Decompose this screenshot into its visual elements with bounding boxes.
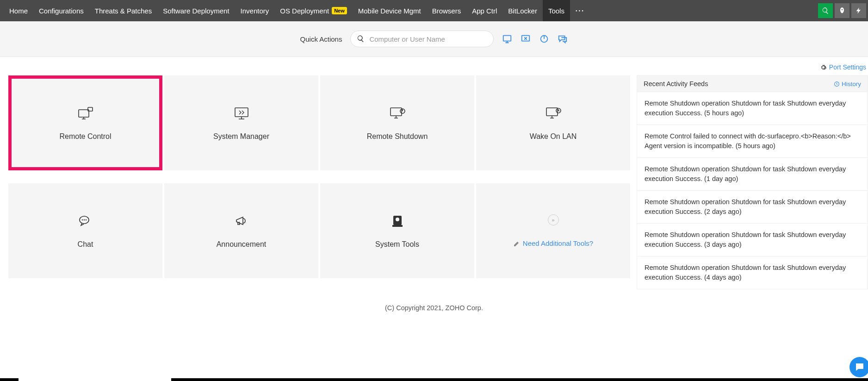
remote-desktop-icon[interactable] bbox=[502, 34, 512, 44]
svg-rect-0 bbox=[503, 36, 511, 41]
pencil-icon bbox=[513, 240, 521, 247]
feed-item[interactable]: Remote Shutdown operation Shutdown for t… bbox=[637, 224, 868, 256]
tile-label: Remote Control bbox=[59, 132, 111, 141]
gear-icon bbox=[820, 64, 827, 71]
svg-rect-8 bbox=[546, 108, 558, 116]
tile-label: Chat bbox=[78, 240, 93, 249]
chat-icon[interactable] bbox=[558, 34, 568, 44]
tile-label: System Tools bbox=[375, 240, 419, 249]
feed-header: Recent Activity Feeds History bbox=[637, 75, 868, 92]
nav-configurations[interactable]: Configurations bbox=[33, 0, 89, 21]
port-settings-link[interactable]: Port Settings bbox=[820, 63, 866, 71]
tile-system-manager[interactable]: System Manager bbox=[164, 75, 318, 170]
tile-system-tools[interactable]: System Tools bbox=[320, 183, 474, 278]
quick-actions-bar: Quick Actions bbox=[0, 21, 868, 57]
svg-point-12 bbox=[84, 219, 84, 220]
chat-icon bbox=[78, 213, 93, 229]
power-icon[interactable] bbox=[539, 34, 549, 44]
svg-point-13 bbox=[86, 219, 86, 220]
search-icon bbox=[822, 7, 829, 14]
footer-copyright: (C) Copyright 2021, ZOHO Corp. bbox=[0, 289, 868, 321]
lightning-icon bbox=[855, 7, 862, 14]
tile-label: Announcement bbox=[217, 240, 267, 249]
tile-remote-shutdown[interactable]: Remote Shutdown bbox=[320, 75, 474, 170]
more-arrow-icon: » bbox=[548, 214, 559, 225]
nav-app-ctrl[interactable]: App Ctrl bbox=[466, 0, 502, 21]
tools-grid: Remote Control System Manager Remote Shu… bbox=[8, 75, 630, 289]
nav-mobile-device-mgmt[interactable]: Mobile Device Mgmt bbox=[353, 0, 427, 21]
rocket-icon bbox=[838, 7, 846, 14]
nav-os-deployment[interactable]: OS DeploymentNew bbox=[274, 0, 353, 21]
svg-rect-16 bbox=[392, 225, 403, 227]
nav-search-button[interactable] bbox=[818, 3, 833, 18]
svg-rect-5 bbox=[235, 108, 248, 117]
tile-label: Remote Shutdown bbox=[367, 132, 428, 141]
svg-rect-3 bbox=[79, 110, 89, 117]
remote-shutdown-icon bbox=[390, 106, 405, 121]
quick-actions-label: Quick Actions bbox=[300, 35, 342, 43]
quick-search-input[interactable] bbox=[350, 31, 494, 47]
feed-item[interactable]: Remote Shutdown operation Shutdown for t… bbox=[637, 92, 868, 125]
nav-more-icon[interactable]: ●●● bbox=[570, 9, 590, 12]
nav-lightning-button[interactable] bbox=[851, 3, 866, 18]
feed-item[interactable]: Remote Shutdown operation Shutdown for t… bbox=[637, 158, 868, 191]
system-manager-icon bbox=[234, 106, 249, 121]
need-additional-tools-link[interactable]: Need Additional Tools? bbox=[513, 239, 593, 247]
close-screen-icon[interactable] bbox=[521, 34, 531, 44]
system-tools-icon bbox=[390, 213, 405, 229]
feed-title: Recent Activity Feeds bbox=[644, 80, 708, 87]
svg-point-11 bbox=[82, 219, 82, 220]
remote-control-icon bbox=[78, 106, 93, 121]
tile-wake-on-lan[interactable]: Wake On LAN bbox=[476, 75, 630, 170]
port-settings-row: Port Settings bbox=[0, 57, 868, 75]
tile-remote-control[interactable]: Remote Control bbox=[8, 75, 162, 170]
wake-on-lan-icon bbox=[546, 106, 561, 121]
need-link-label: Need Additional Tools? bbox=[523, 239, 593, 247]
nav-tools[interactable]: Tools bbox=[543, 0, 570, 21]
nav-home[interactable]: Home bbox=[4, 0, 33, 21]
tile-label: System Manager bbox=[213, 132, 269, 141]
nav-software-deployment[interactable]: Software Deployment bbox=[157, 0, 235, 21]
nav-bitlocker[interactable]: BitLocker bbox=[502, 0, 543, 21]
feed-item[interactable]: Remote Control failed to connect with dc… bbox=[637, 125, 868, 158]
history-label: History bbox=[842, 81, 861, 87]
tile-chat[interactable]: Chat bbox=[8, 183, 162, 278]
top-nav: HomeConfigurationsThreats & PatchesSoftw… bbox=[0, 0, 868, 21]
nav-inventory[interactable]: Inventory bbox=[235, 0, 275, 21]
activity-sidebar: Recent Activity Feeds History Remote Shu… bbox=[637, 75, 868, 289]
clock-icon bbox=[834, 81, 840, 87]
search-icon bbox=[357, 35, 365, 43]
history-link[interactable]: History bbox=[834, 81, 861, 87]
new-badge: New bbox=[332, 7, 347, 14]
tile-announcement[interactable]: Announcement bbox=[164, 183, 318, 278]
quick-search-wrap bbox=[350, 31, 494, 47]
nav-threats-patches[interactable]: Threats & Patches bbox=[89, 0, 157, 21]
feed-item[interactable]: Remote Shutdown operation Shutdown for t… bbox=[637, 256, 868, 289]
port-settings-label: Port Settings bbox=[829, 63, 866, 71]
tile-label: Wake On LAN bbox=[530, 132, 577, 141]
announcement-icon bbox=[234, 213, 249, 229]
feed-item[interactable]: Remote Shutdown operation Shutdown for t… bbox=[637, 191, 868, 224]
nav-browsers[interactable]: Browsers bbox=[427, 0, 467, 21]
tile-more[interactable]: » Need Additional Tools? bbox=[476, 183, 630, 278]
nav-rocket-button[interactable] bbox=[835, 3, 849, 18]
svg-point-15 bbox=[396, 218, 399, 221]
